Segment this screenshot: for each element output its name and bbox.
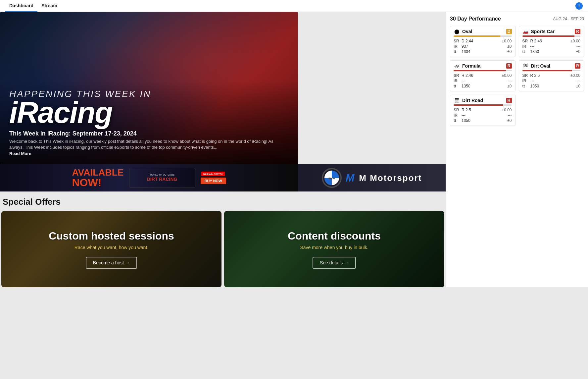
offer-title-hosted: Custom hosted sessions (49, 230, 174, 242)
performance-date-range: AUG 24 - SEP 23 (553, 17, 584, 21)
become-host-button[interactable]: Become a host → (86, 257, 137, 269)
left-main: HAPPENING THIS WEEK IN iRacing This Week… (0, 12, 588, 287)
performance-header: 30 Day Performance AUG 24 - SEP 23 (450, 16, 584, 22)
perf-card-dirt-road: 🛤 Dirt Road R SR R 2.5 ±0.00 (450, 95, 515, 126)
perf-card-formula: 🏎 Formula R SR R 2.46 ±0.00 (450, 60, 515, 91)
sports-car-name: Sports Car (531, 29, 555, 34)
performance-grid: ⬤ Oval D SR D 2.44 ±0.00 (450, 26, 584, 126)
hero-read-more-link[interactable]: Read More (9, 151, 31, 156)
formula-license: R (506, 63, 512, 69)
oval-name: Oval (462, 29, 472, 34)
bmw-m-text: M (346, 172, 355, 184)
top-row: HAPPENING THIS WEEK IN iRacing This Week… (0, 12, 588, 287)
oval-sr-value: D 2.44 (460, 39, 502, 43)
promo-row: AVAILABLE NOW! WORLD OF OUTLAWS DIRT RAC… (0, 164, 446, 191)
hero-banner[interactable]: HAPPENING THIS WEEK IN iRacing This Week… (0, 12, 298, 164)
dirt-road-stats: SR R 2.5 ±0.00 iR --- --- tt (454, 108, 512, 123)
bmw-motorsport-text: M Motorsport (359, 173, 422, 183)
formula-ir: --- (460, 79, 508, 83)
buy-now-button[interactable]: BUY NOW (201, 178, 226, 184)
sports-car-tt: 1350 (529, 49, 576, 54)
oval-icon: ⬤ (454, 29, 460, 34)
top-navigation: Dashboard Stream i (0, 0, 588, 12)
oval-sr-row: SR D 2.44 ±0.00 (454, 39, 512, 43)
offer-content-right: Content discounts Save more when you buy… (281, 223, 387, 275)
sports-car-sr: R 2.46 (529, 39, 571, 43)
formula-sr: R 2.46 (460, 73, 502, 78)
offer-subtitle-hosted: Race what you want, how you want. (49, 245, 174, 250)
tab-stream[interactable]: Stream (37, 0, 61, 12)
hero-iracing-text: iRacing (9, 99, 289, 126)
oval-tt-change: ±0 (507, 49, 512, 54)
tab-dashboard[interactable]: Dashboard (5, 0, 37, 12)
sports-car-license: R (575, 29, 580, 34)
dirt-oval-license: R (575, 63, 580, 69)
sports-car-icon: 🚗 (522, 29, 529, 34)
dirt-oval-tt: 1350 (529, 84, 576, 88)
info-icon[interactable]: i (575, 2, 583, 10)
hero-content: HAPPENING THIS WEEK IN iRacing This Week… (0, 81, 298, 164)
dirt-oval-stats: SR R 2.5 ±0.00 iR --- --- tt (522, 73, 581, 88)
dirt-oval-progress-bar (522, 70, 581, 71)
formula-stats: SR R 2.46 ±0.00 iR --- --- tt (454, 73, 512, 88)
dirt-oval-sr: R 2.5 (529, 73, 571, 78)
perf-card-dirt-oval-header: 🏁 Dirt Oval R (522, 63, 581, 69)
sports-car-progress-bar (522, 35, 581, 37)
oval-progress-bar (454, 35, 512, 37)
dirt-road-sr: R 2.5 (460, 108, 502, 112)
perf-card-oval: ⬤ Oval D SR D 2.44 ±0.00 (450, 26, 515, 57)
formula-tt: 1350 (460, 84, 507, 88)
dirt-road-name: Dirt Road (462, 98, 483, 103)
oval-tt-value: 1334 (460, 49, 507, 54)
formula-icon: 🏎 (454, 64, 460, 68)
performance-title: 30 Day Performance (450, 16, 501, 22)
oval-sr-change: ±0.00 (502, 39, 512, 43)
oval-tt-row: tt 1334 ±0 (454, 49, 512, 54)
left-col: HAPPENING THIS WEEK IN iRacing This Week… (0, 12, 446, 287)
perf-card-dirt-road-header: 🛤 Dirt Road R (454, 98, 512, 103)
offers-grid: Custom hosted sessions Race what you wan… (0, 211, 446, 287)
promo-outlaws-banner[interactable]: AVAILABLE NOW! WORLD OF OUTLAWS DIRT RAC… (0, 164, 298, 191)
oval-ir-value: 937 (460, 44, 507, 49)
oval-license: D (506, 29, 512, 34)
hero-title: This Week in iRacing: September 17-23, 2… (9, 130, 289, 137)
offer-subtitle-discounts: Save more when you buy in bulk. (288, 245, 381, 250)
oval-ir-row: iR 937 ±0 (454, 44, 512, 49)
perf-card-sports-car: 🚗 Sports Car R SR R 2.46 ±0.00 (519, 26, 584, 57)
promo-world-of: WORLD OF OUTLAWS (147, 174, 177, 176)
special-offers-title: Special Offers (0, 197, 446, 211)
dirt-road-tt: 1350 (460, 118, 507, 123)
offer-title-discounts: Content discounts (288, 230, 381, 242)
dirt-road-license: R (506, 98, 512, 103)
promo-available-text: AVAILABLE NOW! (72, 168, 123, 188)
perf-card-sports-car-header: 🚗 Sports Car R (522, 29, 581, 34)
bmw-logo-icon: BMW (322, 168, 342, 188)
svg-text:BMW: BMW (328, 177, 335, 180)
formula-name: Formula (462, 63, 480, 69)
special-offers-section: Special Offers Custom hosted sessions Ra… (0, 191, 446, 287)
dirt-road-progress-bar (454, 104, 512, 106)
perf-card-dirt-oval: 🏁 Dirt Oval R SR R 2.5 ±0.00 (519, 60, 584, 91)
perf-card-oval-header: ⬤ Oval D (454, 29, 512, 34)
promo-bmw-banner[interactable]: BMW M M Motorsport (298, 164, 446, 191)
dirt-oval-name: Dirt Oval (531, 63, 550, 69)
dirt-oval-ir: --- (529, 79, 577, 83)
oval-stats: SR D 2.44 ±0.00 iR 937 ±0 tt (454, 39, 512, 54)
oval-ir-change: ±0 (507, 44, 512, 49)
see-details-button[interactable]: See details → (313, 257, 356, 269)
promo-dirt-racing: DIRT RACING (147, 177, 177, 182)
offer-card-hosted-sessions[interactable]: Custom hosted sessions Race what you wan… (1, 211, 221, 287)
bmw-logo-area: BMW M M Motorsport (322, 168, 422, 188)
right-panel: 30 Day Performance AUG 24 - SEP 23 ⬤ Ova… (446, 12, 588, 287)
dirt-road-icon: 🛤 (454, 98, 460, 103)
offer-card-discounts[interactable]: Content discounts Save more when you buy… (224, 211, 444, 287)
hero-description: Welcome back to This Week in iRacing, ou… (9, 138, 274, 150)
perf-card-formula-header: 🏎 Formula R (454, 63, 512, 69)
dirt-oval-icon: 🏁 (522, 64, 529, 68)
offer-content-left: Custom hosted sessions Race what you wan… (42, 223, 181, 275)
promo-switch-label: Nintendo SWITCH (201, 172, 225, 176)
formula-progress-bar (454, 70, 512, 71)
sports-car-ir: --- (529, 44, 577, 49)
page-layout: HAPPENING THIS WEEK IN iRacing This Week… (0, 12, 588, 287)
sports-car-stats: SR R 2.46 ±0.00 iR --- --- tt (522, 39, 581, 54)
